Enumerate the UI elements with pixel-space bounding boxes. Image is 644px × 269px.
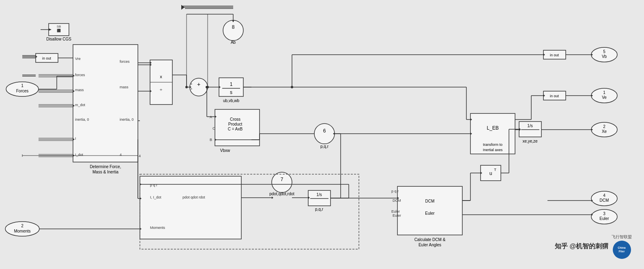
svg-point-103	[206, 86, 208, 88]
svg-marker-208	[591, 199, 593, 202]
svg-text:I, I_dot: I, I_dot	[150, 195, 161, 199]
svg-rect-113	[308, 190, 331, 206]
svg-rect-14	[73, 45, 138, 162]
svg-text:T: T	[494, 168, 496, 172]
svg-marker-81	[232, 20, 234, 22]
svg-marker-213	[591, 213, 593, 216]
svg-text:2: 2	[21, 224, 24, 228]
svg-text:2: 2	[603, 124, 605, 129]
svg-marker-139	[308, 196, 310, 199]
svg-rect-177	[543, 50, 566, 59]
svg-text:7: 7	[281, 177, 283, 182]
svg-text:pdot qdot rdot: pdot qdot rdot	[182, 195, 205, 199]
diagram-canvas: SB ⬛ Disallow CGS in out Vre forces mass…	[0, 0, 644, 269]
svg-marker-64	[150, 64, 152, 66]
svg-rect-157	[397, 186, 462, 235]
svg-text:3: 3	[603, 211, 605, 216]
svg-marker-132	[140, 228, 142, 230]
svg-marker-112	[215, 139, 217, 141]
svg-text:1: 1	[21, 83, 24, 88]
svg-text:inertia, 0: inertia, 0	[120, 117, 134, 122]
svg-text:4: 4	[120, 153, 122, 157]
svg-text:Determine Force,: Determine Force,	[90, 164, 121, 169]
svg-marker-219	[519, 128, 521, 130]
svg-marker-169	[481, 172, 482, 174]
svg-rect-90	[215, 109, 260, 146]
svg-text:Forces: Forces	[16, 89, 29, 93]
svg-marker-186	[591, 53, 593, 56]
svg-point-89	[206, 86, 209, 88]
watermark-text: 知乎 @机智的刺猬	[555, 242, 608, 251]
svg-text:p q r: p q r	[391, 189, 399, 193]
svg-text:mass: mass	[75, 88, 84, 92]
svg-marker-74	[190, 86, 191, 88]
svg-rect-220	[140, 174, 359, 249]
svg-text:⬛: ⬛	[57, 28, 61, 32]
svg-text:+: +	[191, 82, 193, 86]
svg-text:Cross: Cross	[230, 117, 240, 122]
svg-text:in    out: in out	[550, 53, 559, 57]
svg-text:4: 4	[139, 154, 141, 158]
svg-text:+: +	[191, 87, 193, 91]
svg-marker-184	[543, 53, 545, 56]
svg-text:Inertial axes: Inertial axes	[483, 148, 503, 152]
svg-text:ub,vb,wb: ub,vb,wb	[223, 98, 239, 103]
svg-text:pdot,qdot,rdot: pdot,qdot,rdot	[269, 192, 294, 196]
svg-rect-6	[36, 53, 58, 62]
svg-point-198	[591, 122, 617, 137]
svg-rect-187	[543, 91, 566, 100]
svg-point-117	[272, 172, 292, 192]
svg-marker-11	[36, 56, 37, 58]
svg-text:DCM: DCM	[393, 199, 401, 203]
svg-marker-47	[73, 105, 75, 107]
svg-marker-137	[272, 196, 273, 199]
svg-text:C = AxB: C = AxB	[228, 127, 243, 131]
svg-rect-120	[140, 176, 241, 239]
svg-text:Calculate DCM &: Calculate DCM &	[414, 237, 446, 242]
svg-marker-153	[470, 118, 472, 121]
svg-text:Euler Angles: Euler Angles	[419, 243, 441, 247]
svg-text:I: I	[75, 137, 76, 141]
svg-text:in    out: in out	[550, 94, 559, 98]
svg-marker-195	[543, 94, 545, 97]
svg-text:1/s: 1/s	[527, 124, 532, 128]
svg-text:s: s	[230, 90, 232, 95]
svg-marker-43	[73, 90, 75, 92]
svg-text:A: A	[210, 115, 212, 119]
svg-marker-4	[49, 28, 52, 31]
svg-text:Mass & Inertia: Mass & Inertia	[92, 170, 118, 174]
svg-text:C: C	[213, 126, 215, 130]
china-flier-badge: ChinaFlier	[613, 241, 631, 259]
svg-text:I_dot: I_dot	[75, 153, 84, 157]
svg-text:transform to: transform to	[483, 143, 502, 147]
svg-text:Xe: Xe	[602, 129, 607, 134]
svg-text:5: 5	[603, 49, 605, 54]
svg-text:Ve: Ve	[602, 95, 607, 100]
svg-text:forces: forces	[120, 60, 130, 64]
svg-text:B: B	[210, 138, 212, 142]
svg-marker-175	[519, 128, 521, 131]
svg-text:Disallow CGS: Disallow CGS	[46, 37, 71, 41]
svg-text:4: 4	[603, 193, 605, 198]
svg-text:1: 1	[603, 90, 605, 95]
svg-text:Euler: Euler	[393, 213, 401, 218]
svg-point-75	[223, 20, 243, 41]
watermark-sub: 飞行智联盟	[612, 234, 632, 240]
svg-text:+: +	[197, 81, 200, 88]
svg-point-99	[291, 86, 293, 88]
svg-text:p,q,r: p,q,r	[315, 207, 324, 211]
svg-text:DCM: DCM	[600, 198, 609, 203]
svg-text:inertia, 0: inertia, 0	[75, 117, 89, 122]
svg-marker-163	[397, 197, 399, 199]
svg-point-179	[591, 47, 617, 62]
svg-text:m_dot: m_dot	[75, 103, 86, 107]
svg-point-229	[185, 86, 188, 88]
svg-point-189	[591, 88, 617, 103]
svg-text:SB: SB	[57, 25, 61, 28]
svg-marker-104	[215, 115, 217, 118]
svg-point-56	[5, 222, 39, 236]
svg-text:p q r: p q r	[150, 183, 157, 187]
svg-text:Ab: Ab	[231, 40, 236, 45]
svg-text:1/s: 1/s	[316, 192, 322, 197]
svg-text:in    out: in out	[42, 56, 52, 60]
